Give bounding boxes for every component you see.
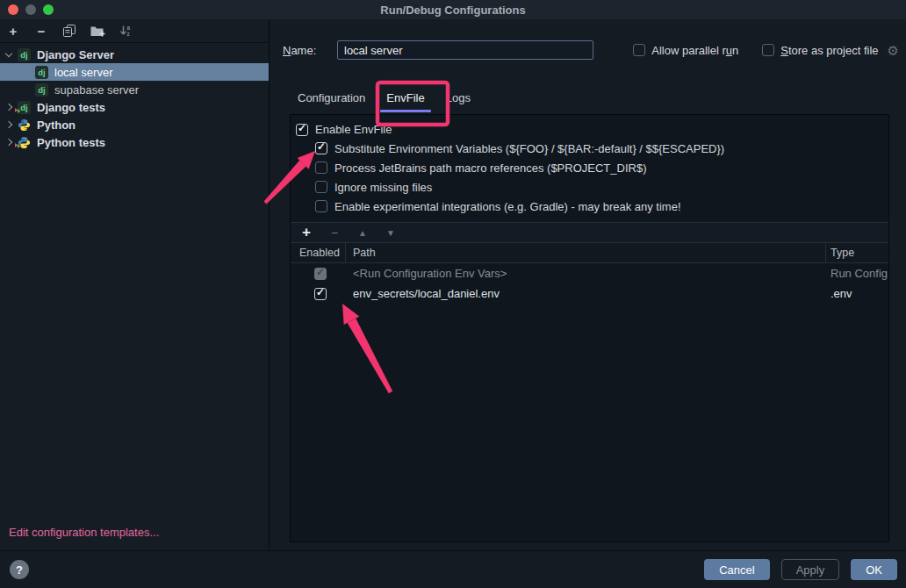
tab-configuration[interactable]: Configuration [298,91,365,112]
configurations-tree: dj Django Server dj local server dj supa… [0,43,269,151]
django-icon: dj [35,83,48,97]
title-bar: Run/Debug Configurations [0,0,906,19]
chevron-right-icon[interactable] [5,139,12,146]
close-window-icon[interactable] [8,4,18,15]
env-file-type: Run Config [826,263,888,283]
svg-text:a: a [126,25,130,31]
tree-item-django-server[interactable]: dj Django Server [0,46,269,63]
tree-item-label: supabase server [54,83,139,97]
checkbox-icon[interactable] [633,44,645,56]
checkbox-icon[interactable] [314,288,327,300]
dialog-title: Run/Debug Configurations [0,4,906,17]
option-label: Enable EnvFile [315,123,392,136]
configuration-editor: Name: Allow parallel run Store as projec… [270,19,906,550]
new-folder-icon[interactable] [90,23,105,39]
checkbox-icon[interactable] [315,181,327,193]
envfile-options: Enable EnvFile Substitute Environment Va… [291,115,888,216]
tree-item-python[interactable]: Python [0,116,269,133]
env-files-table-header: Enabled Path Type [291,243,888,263]
edit-configuration-templates-link[interactable]: Edit configuration templates... [0,526,269,550]
tree-item-local-server[interactable]: dj local server [0,63,269,81]
column-header-path[interactable]: Path [346,243,826,262]
env-files-toolbar: + − ▲ ▼ [291,222,888,243]
help-icon[interactable]: ? [10,560,29,579]
ignore-missing-files-checkbox[interactable]: Ignore missing files [315,177,888,197]
copy-configuration-icon[interactable] [61,23,77,39]
add-env-file-icon[interactable]: + [300,224,313,241]
django-icon: dj [18,48,31,61]
apply-button[interactable]: Apply [781,559,840,580]
option-label: Ignore missing files [334,181,432,194]
store-as-project-file-checkbox[interactable]: Store as project file ⚙ [762,44,899,57]
django-icon: dj [35,66,48,79]
tab-envfile[interactable]: EnvFile [386,91,424,112]
dialog-footer: ? Cancel Apply OK [0,550,906,588]
column-header-enabled[interactable]: Enabled [291,243,346,262]
cancel-button[interactable]: Cancel [704,559,769,580]
tree-item-label: local server [54,66,112,79]
ok-button[interactable]: OK [851,559,897,580]
chevron-right-icon[interactable] [5,121,12,128]
allow-parallel-run-label: Allow parallel run [651,44,738,57]
checkbox-icon[interactable] [762,44,774,56]
env-file-type: .env [826,283,888,304]
zoom-window-icon[interactable] [43,4,54,15]
sidebar-toolbar: + − az [0,19,269,43]
config-tabs: Configuration EnvFile Logs [298,91,906,112]
substitute-env-vars-checkbox[interactable]: Substitute Environment Variables (${FOO}… [315,139,888,158]
tab-logs[interactable]: Logs [446,91,471,112]
remove-env-file-icon[interactable]: − [328,226,341,240]
allow-parallel-run-checkbox[interactable]: Allow parallel run [633,44,738,57]
envfile-panel: Enable EnvFile Substitute Environment Va… [290,114,889,542]
table-row[interactable]: env_secrets/local_daniel.env .env [291,283,888,304]
tree-item-label: Django Server [37,48,114,61]
option-label: Enable experimental integrations (e.g. G… [334,200,681,213]
tree-item-django-tests[interactable]: dj Django tests [0,98,269,116]
tree-item-supabase-server[interactable]: dj supabase server [0,81,269,98]
chevron-down-icon[interactable] [5,50,12,57]
option-label: Process JetBrains path macro references … [334,161,646,175]
checkbox-icon[interactable] [315,200,327,212]
name-input[interactable] [337,40,593,60]
env-file-path: env_secrets/local_daniel.env [346,283,826,304]
tree-item-label: Django tests [37,101,105,114]
django-tests-icon: dj [18,101,31,114]
add-configuration-icon[interactable]: + [5,23,21,39]
tree-item-python-tests[interactable]: Python tests [0,133,269,151]
store-as-project-file-label: Store as project file [780,44,878,57]
sort-configurations-icon[interactable]: az [118,23,133,39]
experimental-integrations-checkbox[interactable]: Enable experimental integrations (e.g. G… [315,197,888,216]
minimize-window-icon[interactable] [25,4,36,15]
name-row: Name: Allow parallel run Store as projec… [283,40,899,60]
checkbox-icon [314,268,327,280]
process-path-macro-checkbox[interactable]: Process JetBrains path macro references … [315,158,888,177]
tree-item-label: Python tests [37,136,105,149]
remove-configuration-icon[interactable]: − [33,23,49,39]
gear-icon[interactable]: ⚙ [888,44,899,57]
column-header-type[interactable]: Type [826,243,888,262]
python-tests-icon [18,136,31,149]
checkbox-icon[interactable] [315,142,327,154]
move-down-icon[interactable]: ▼ [385,228,397,238]
window-controls [0,4,54,15]
python-icon [18,118,31,132]
tree-item-label: Python [37,118,76,132]
enable-envfile-checkbox[interactable]: Enable EnvFile [296,120,888,139]
name-label: Name: [283,44,323,57]
option-label: Substitute Environment Variables (${FOO}… [334,142,724,155]
checkbox-icon[interactable] [296,124,308,136]
move-up-icon[interactable]: ▲ [356,228,369,238]
checkbox-icon[interactable] [315,161,327,174]
chevron-right-icon[interactable] [5,104,12,111]
env-file-path: <Run Configuration Env Vars> [346,263,826,283]
table-row[interactable]: <Run Configuration Env Vars> Run Config [291,263,888,283]
configurations-sidebar: + − az dj Django Server dj local server [0,19,270,550]
svg-text:z: z [126,31,130,37]
